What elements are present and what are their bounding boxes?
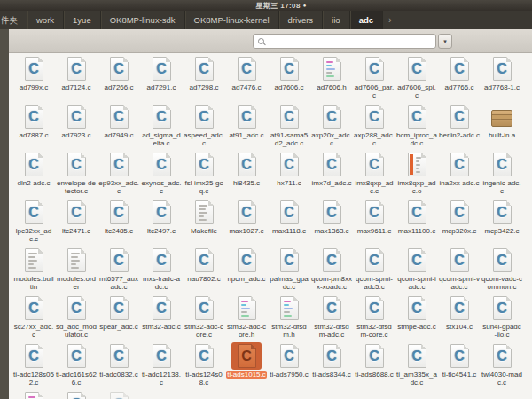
file-item[interactable]: Cad7923.c bbox=[55, 103, 98, 151]
file-item[interactable]: Cti-ads8344.c bbox=[310, 342, 353, 390]
file-item[interactable]: Cep93xx_adc.c bbox=[98, 151, 140, 199]
file-item[interactable]: Cfsl-imx25-gcq.c bbox=[183, 151, 225, 199]
file-item[interactable]: Cqcom-vadc-common.c bbox=[481, 246, 523, 294]
file-item[interactable]: Caxp20x_adc.c bbox=[310, 103, 353, 151]
file-item[interactable]: Cti-ads7950.c bbox=[268, 342, 310, 390]
file-item[interactable]: modules.builtin bbox=[12, 246, 55, 294]
file-item[interactable]: Cqcom-spmi-adc5.c bbox=[353, 246, 395, 294]
file-item[interactable]: Cti-adc12138.c bbox=[140, 342, 183, 390]
file-item[interactable]: C bbox=[98, 390, 140, 399]
file-item[interactable]: Cmax9611.c bbox=[353, 199, 395, 246]
file-item[interactable]: Cad7766.c bbox=[438, 55, 481, 103]
file-item[interactable]: Cti-ads124s08.c bbox=[183, 342, 225, 390]
file-item[interactable]: Cstm32-adc-core.c bbox=[183, 294, 225, 342]
file-item[interactable]: Cti_am335x_adc.c bbox=[395, 342, 438, 390]
file-item[interactable]: Cmt6577_auxadc.c bbox=[98, 246, 140, 294]
file-item[interactable]: Cti-adc128s052.c bbox=[12, 342, 55, 390]
search-options-dropdown-button[interactable]: ▾ bbox=[438, 34, 452, 49]
file-item[interactable]: Cat91_adc.c bbox=[225, 103, 268, 151]
file-item[interactable]: Cina2xx-adc.c bbox=[438, 151, 481, 199]
file-item[interactable]: Cbcm_iproc_adc.c bbox=[395, 103, 438, 151]
file-item[interactable]: Cnpcm_adc.c bbox=[225, 246, 268, 294]
file-item[interactable]: Cstm32-dfsdm-adc.c bbox=[310, 294, 353, 342]
file-item[interactable]: Cqcom-pm8xxx-xoadc.c bbox=[310, 246, 353, 294]
file-item[interactable]: built-in.a bbox=[481, 103, 523, 151]
file-item[interactable]: Chi8435.c bbox=[225, 151, 268, 199]
file-item[interactable]: Cad7887.c bbox=[12, 103, 55, 151]
file-item[interactable]: ad7606.h bbox=[310, 55, 353, 103]
file-item[interactable]: Cstm32-adc.c bbox=[140, 294, 183, 342]
file-item[interactable]: Cqcom-spmi-vadc.c bbox=[438, 246, 481, 294]
file-item[interactable]: Chx711.c bbox=[268, 151, 310, 199]
file-item[interactable]: Cltc2485.c bbox=[98, 199, 140, 246]
path-segment-adc[interactable]: adc bbox=[350, 11, 383, 29]
file-item[interactable]: Cad7768-1.c bbox=[481, 55, 523, 103]
file-item[interactable] bbox=[12, 390, 55, 399]
file-item[interactable]: Cti-adc0832.c bbox=[98, 342, 140, 390]
file-item[interactable]: Cti-tlc4541.c bbox=[438, 342, 481, 390]
file-item[interactable]: C bbox=[55, 390, 98, 399]
file-item[interactable]: Cnau7802.c bbox=[183, 246, 225, 294]
file-item[interactable]: Cltc2497.c bbox=[140, 199, 183, 246]
file-item[interactable]: Cstmpe-adc.c bbox=[395, 294, 438, 342]
file-item[interactable]: Cingenic-adc.c bbox=[481, 151, 523, 199]
file-item[interactable]: Caspeed_adc.c bbox=[183, 103, 225, 151]
file-item[interactable]: Cpalmas_gpadc.c bbox=[268, 246, 310, 294]
file-item[interactable]: Cexynos_adc.c bbox=[140, 151, 183, 199]
file-item[interactable]: Cad7266.c bbox=[98, 55, 140, 103]
file-item[interactable]: Cltc2471.c bbox=[55, 199, 98, 246]
path-segment-件夹[interactable]: 件夹 bbox=[0, 11, 27, 29]
file-item[interactable]: modules.order bbox=[55, 246, 98, 294]
file-item[interactable]: Cstx104.c bbox=[438, 294, 481, 342]
file-item[interactable]: Cspear_adc.c bbox=[98, 294, 140, 342]
path-segment-1yue[interactable]: 1yue bbox=[64, 11, 101, 29]
file-item[interactable]: Cad7606_spi.c bbox=[395, 55, 438, 103]
file-item[interactable]: Cad7606_par.c bbox=[353, 55, 395, 103]
file-grid: Cad799x.cCad7124.cCad7266.cCad7291.cCad7… bbox=[9, 53, 532, 399]
path-expander-chevron-icon[interactable]: › bbox=[383, 11, 397, 29]
file-item[interactable]: Cat91-sama5d2_adc.c bbox=[268, 103, 310, 151]
file-item[interactable]: Ctwl4030-madc.c bbox=[481, 342, 523, 390]
file-item[interactable]: Cmcp3422.c bbox=[481, 199, 523, 246]
file-item[interactable]: Cti-ads8688.c bbox=[353, 342, 395, 390]
file-item[interactable]: Cenvelope-detector.c bbox=[55, 151, 98, 199]
file-item[interactable]: Cad7606.c bbox=[268, 55, 310, 103]
search-box[interactable] bbox=[253, 34, 436, 49]
file-item[interactable]: Cimx7d_adc.c bbox=[310, 151, 353, 199]
file-item[interactable]: Cad799x.c bbox=[12, 55, 55, 103]
file-item[interactable]: Csun4i-gpadc-iio.c bbox=[481, 294, 523, 342]
file-item[interactable]: imx8qxp_adc.o bbox=[395, 151, 438, 199]
path-segment-OK8MP-linux-kernel[interactable]: OK8MP-linux-kernel bbox=[185, 11, 279, 29]
path-segment-OK8MP-linux-sdk[interactable]: OK8MP-linux-sdk bbox=[101, 11, 185, 29]
file-item[interactable]: Cad7476.c bbox=[225, 55, 268, 103]
path-segment-work[interactable]: work bbox=[27, 11, 64, 29]
file-item[interactable]: Makefile bbox=[183, 199, 225, 246]
file-item[interactable]: Cad7949.c bbox=[98, 103, 140, 151]
file-item[interactable]: Cmcp320x.c bbox=[438, 199, 481, 246]
file-item[interactable]: Cqcom-spmi-iadc.c bbox=[395, 246, 438, 294]
file-item[interactable]: Csd_adc_modulator.c bbox=[55, 294, 98, 342]
search-input[interactable] bbox=[264, 37, 435, 46]
file-item[interactable]: Clpc32xx_adc.c bbox=[12, 199, 55, 246]
file-item[interactable]: Cdln2-adc.c bbox=[12, 151, 55, 199]
file-item[interactable]: Cad7291.c bbox=[140, 55, 183, 103]
file-item[interactable]: Cmax1027.c bbox=[225, 199, 268, 246]
file-item[interactable]: Cad_sigma_delta.c bbox=[140, 103, 183, 151]
path-segment-drivers[interactable]: drivers bbox=[279, 11, 324, 29]
file-item[interactable]: Cad7298.c bbox=[183, 55, 225, 103]
file-item[interactable]: Cmax11100.c bbox=[395, 199, 438, 246]
path-segment-iio[interactable]: iio bbox=[323, 11, 350, 29]
file-item[interactable]: Caxp288_adc.c bbox=[353, 103, 395, 151]
file-item[interactable]: Cti-adc161s626.c bbox=[55, 342, 98, 390]
file-item[interactable]: Csc27xx_adc.c bbox=[12, 294, 55, 342]
file-item[interactable]: Cad7124.c bbox=[55, 55, 98, 103]
file-item[interactable]: Cti-ads1015.c bbox=[225, 342, 268, 390]
file-item[interactable]: stm32-dfsdm.h bbox=[268, 294, 310, 342]
file-item[interactable]: Cmax1363.c bbox=[310, 199, 353, 246]
file-item[interactable]: Cberlin2-adc.c bbox=[438, 103, 481, 151]
file-item[interactable]: Cmax1118.c bbox=[268, 199, 310, 246]
file-item[interactable]: stm32-adc-core.h bbox=[225, 294, 268, 342]
file-item[interactable]: Cstm32-dfsdm-core.c bbox=[353, 294, 395, 342]
file-item[interactable]: Cmxs-lradc-adc.c bbox=[140, 246, 183, 294]
file-item[interactable]: Cimx8qxp_adc.c bbox=[353, 151, 395, 199]
